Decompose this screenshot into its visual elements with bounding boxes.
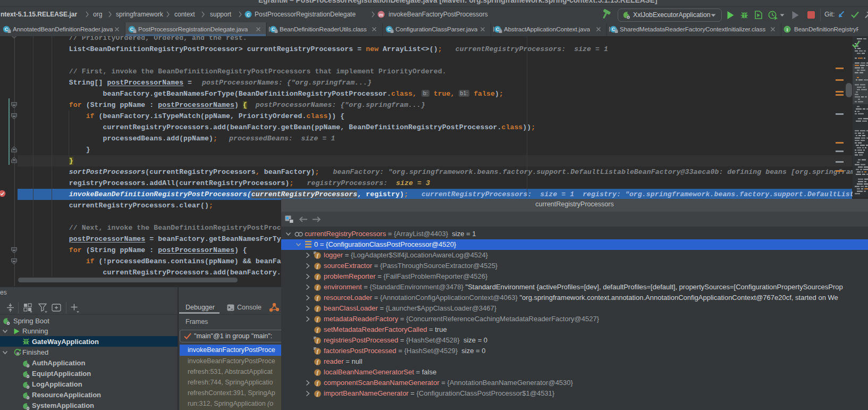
svg-text:C: C xyxy=(247,12,250,18)
svg-text:m: m xyxy=(379,12,383,18)
svg-text:I: I xyxy=(787,27,788,32)
